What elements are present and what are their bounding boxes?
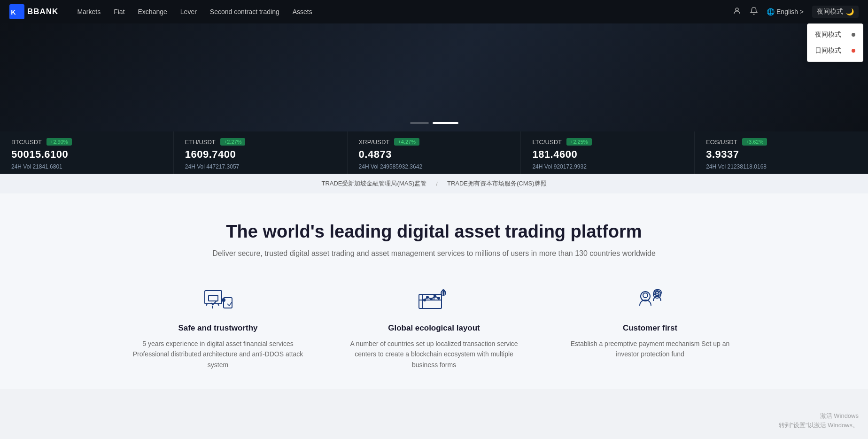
ticker-eth-pair: ETH/USDT	[185, 139, 216, 146]
svg-rect-4	[209, 295, 218, 301]
night-mode-dot	[852, 33, 855, 37]
hero-dots	[410, 122, 458, 124]
night-mode-button[interactable]: 夜间模式 🌙	[812, 6, 859, 18]
ticker-xrp-price: 0.4873	[359, 148, 510, 161]
svg-text:K: K	[11, 8, 16, 16]
main-title: The world's leading digital asset tradin…	[9, 222, 859, 242]
day-mode-option[interactable]: 日间模式	[807, 43, 863, 59]
hero-dot-1[interactable]	[410, 122, 429, 124]
ticker-eos-price: 3.9337	[706, 148, 857, 161]
ticker-bar: BTC/USDT +2.90% 50015.6100 24H Vol 21841…	[0, 131, 868, 174]
info-text-1: TRADE受新加坡金融管理局(MAS)监管	[321, 179, 426, 188]
hero-banner	[0, 23, 868, 131]
nav-right: 🌐 English > 夜间模式 🌙	[733, 6, 859, 18]
watermark-line1: 激活 Windows	[779, 411, 859, 421]
ticker-eos-pair: EOS/USDT	[706, 139, 737, 146]
logo[interactable]: K BBANK	[9, 4, 58, 19]
moon-icon: 🌙	[846, 8, 854, 15]
ticker-xrp-header: XRP/USDT +4.27%	[359, 138, 510, 146]
feature-global: Global ecological layout A number of cou…	[345, 286, 523, 370]
main-content: The world's leading digital asset tradin…	[0, 193, 868, 389]
svg-rect-3	[205, 291, 222, 304]
feature-safe: Safe and trustworthy 5 years experience …	[129, 286, 307, 370]
ticker-btc-header: BTC/USDT +2.90%	[11, 138, 162, 146]
svg-point-11	[434, 295, 436, 297]
language-selector[interactable]: 🌐 English >	[767, 8, 804, 15]
notification-icon[interactable]	[750, 7, 758, 17]
ticker-btc-pair: BTC/USDT	[11, 139, 42, 146]
ticker-eos-change: +3.62%	[742, 138, 767, 146]
ticker-xrp-vol: 24H Vol 249585932.3642	[359, 163, 510, 170]
nav-assets[interactable]: Assets	[293, 8, 312, 15]
nav-second-contract[interactable]: Second contract trading	[210, 8, 279, 15]
feature-customer-desc: Establish a preemptive payment mechanism…	[561, 339, 739, 360]
ticker-ltc-header: LTC/USDT +2.25%	[532, 138, 683, 146]
ticker-eth-price: 1609.7400	[185, 148, 336, 161]
night-option-label: 夜间模式	[815, 31, 841, 39]
feature-global-desc: A number of countries set up localized t…	[345, 339, 523, 370]
info-divider: /	[436, 180, 438, 187]
mode-dropdown: 夜间模式 日间模式	[807, 23, 863, 62]
ticker-xrp[interactable]: XRP/USDT +4.27% 0.4873 24H Vol 249585932…	[348, 131, 521, 174]
customer-icon	[631, 286, 669, 314]
svg-point-9	[426, 296, 428, 298]
hero-dot-2[interactable]	[433, 122, 458, 124]
day-mode-dot	[852, 49, 855, 53]
feature-customer-title: Customer first	[623, 323, 677, 333]
feature-safe-title: Safe and trustworthy	[178, 323, 257, 333]
ticker-ltc-price: 181.4600	[532, 148, 683, 161]
ticker-eos-vol: 24H Vol 21238118.0168	[706, 163, 857, 170]
main-subtitle: Deliver secure, trusted digital asset tr…	[9, 249, 859, 258]
ticker-eos[interactable]: EOS/USDT +3.62% 3.9337 24H Vol 21238118.…	[695, 131, 868, 174]
svg-point-6	[222, 299, 225, 301]
nav-fiat[interactable]: Fiat	[114, 8, 124, 15]
ticker-btc-change: +2.90%	[46, 138, 72, 146]
nav-links: Markets Fiat Exchange Lever Second contr…	[77, 8, 733, 15]
logo-text: BBANK	[27, 7, 58, 16]
ticker-ltc-vol: 24H Vol 920172.9932	[532, 163, 683, 170]
ticker-btc[interactable]: BTC/USDT +2.90% 50015.6100 24H Vol 21841…	[0, 131, 174, 174]
ticker-xrp-change: +4.27%	[394, 138, 419, 146]
ticker-eth-vol: 24H Vol 447217.3057	[185, 163, 336, 170]
nav-markets[interactable]: Markets	[77, 8, 101, 15]
ticker-eth[interactable]: ETH/USDT +2.27% 1609.7400 24H Vol 447217…	[174, 131, 348, 174]
windows-watermark: 激活 Windows 转到"设置"以激活 Windows。	[779, 411, 859, 430]
svg-point-8	[424, 299, 426, 301]
ticker-ltc[interactable]: LTC/USDT +2.25% 181.4600 24H Vol 920172.…	[521, 131, 695, 174]
ticker-xrp-pair: XRP/USDT	[359, 139, 390, 146]
user-icon[interactable]	[733, 7, 741, 17]
svg-point-10	[430, 298, 432, 300]
watermark-line2: 转到"设置"以激活 Windows。	[779, 421, 859, 430]
night-mode-label: 夜间模式	[817, 8, 843, 16]
navbar: K BBANK Markets Fiat Exchange Lever Seco…	[0, 0, 868, 23]
ticker-eth-change: +2.27%	[220, 138, 246, 146]
globe-icon: 🌐	[767, 8, 775, 15]
ticker-eth-header: ETH/USDT +2.27%	[185, 138, 336, 146]
svg-point-12	[438, 297, 440, 299]
info-text-2: TRADE拥有资本市场服务(CMS)牌照	[447, 179, 547, 188]
nav-exchange[interactable]: Exchange	[138, 8, 167, 15]
svg-point-17	[643, 293, 648, 298]
day-option-label: 日间模式	[815, 46, 841, 55]
ticker-btc-vol: 24H Vol 21841.6801	[11, 163, 162, 170]
ticker-ltc-pair: LTC/USDT	[532, 139, 562, 146]
svg-point-2	[736, 8, 738, 11]
nav-lever[interactable]: Lever	[180, 8, 197, 15]
ticker-ltc-change: +2.25%	[566, 138, 592, 146]
feature-global-title: Global ecological layout	[388, 323, 480, 333]
feature-customer: Customer first Establish a preemptive pa…	[561, 286, 739, 370]
features-section: Safe and trustworthy 5 years experience …	[9, 286, 859, 370]
ticker-eos-header: EOS/USDT +3.62%	[706, 138, 857, 146]
lang-label: English >	[776, 8, 804, 15]
night-mode-option[interactable]: 夜间模式	[807, 27, 863, 43]
global-icon	[415, 286, 453, 314]
feature-safe-desc: 5 years experience in digital asset fina…	[129, 339, 307, 370]
info-banner: TRADE受新加坡金融管理局(MAS)监管 / TRADE拥有资本市场服务(CM…	[0, 174, 868, 193]
ticker-btc-price: 50015.6100	[11, 148, 162, 161]
safe-icon	[199, 286, 237, 314]
